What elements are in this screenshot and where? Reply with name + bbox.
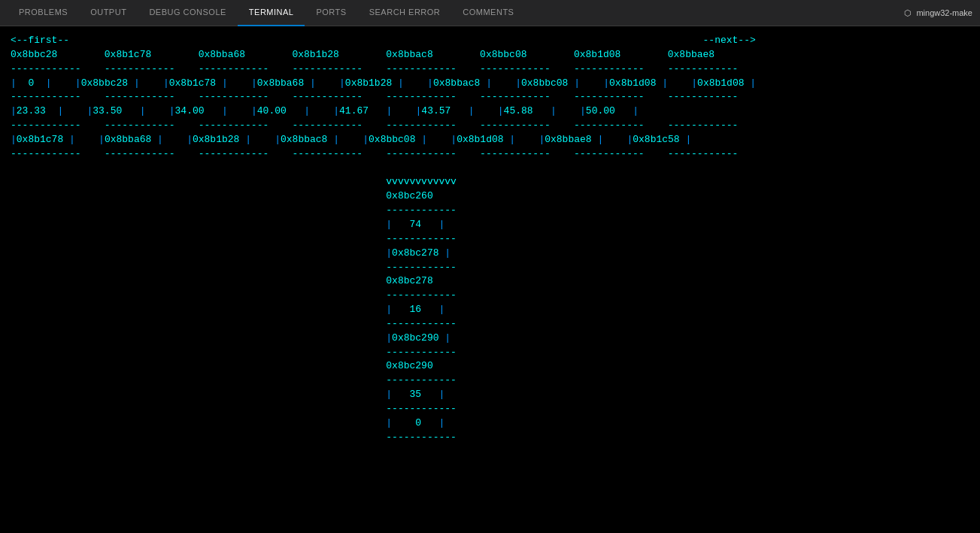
- tab-debug-console[interactable]: DEBUG CONSOLE: [138, 0, 237, 26]
- tab-problems[interactable]: PROBLEMS: [8, 0, 79, 26]
- tab-right-label: ⬡ mingw32-make: [904, 8, 972, 18]
- terminal-process-label: mingw32-make: [916, 8, 972, 17]
- tab-bar: PROBLEMS OUTPUT DEBUG CONSOLE TERMINAL P…: [0, 0, 980, 26]
- terminal-output: <--first-- --next--> 0x8bbc28 0x8b1c78 0…: [11, 34, 969, 444]
- tab-output[interactable]: OUTPUT: [79, 0, 138, 26]
- tab-ports[interactable]: PORTS: [305, 0, 357, 26]
- terminal-icon: ⬡: [904, 8, 912, 18]
- tab-search-error[interactable]: SEARCH ERROR: [358, 0, 452, 26]
- terminal-panel[interactable]: <--first-- --next--> 0x8bbc28 0x8b1c78 0…: [0, 26, 980, 533]
- tab-terminal[interactable]: TERMINAL: [238, 0, 305, 26]
- tab-comments[interactable]: COMMENTS: [451, 0, 525, 26]
